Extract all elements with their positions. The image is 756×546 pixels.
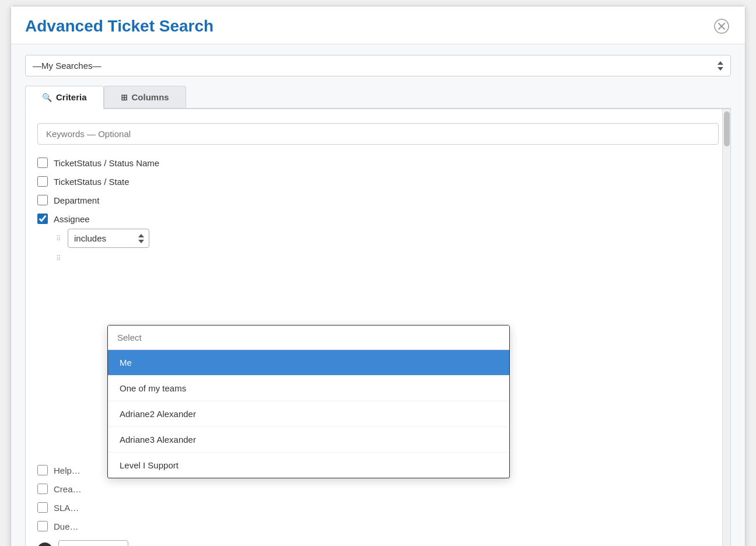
tab-columns[interactable]: ⊞ Columns [104,86,186,108]
checkbox-created[interactable] [37,484,48,494]
close-icon [714,19,729,34]
criteria-label-due: Due… [54,522,79,531]
modal-body: —My Searches— 🔍 Criteria ⊞ Columns [11,44,745,546]
scrollbar-track[interactable] [722,109,730,546]
tab-columns-label: Columns [132,92,169,102]
criteria-item-ticket-status-state: TicketStatus / State [37,176,719,187]
dropdown-option-level1[interactable]: Level I Support [108,453,509,478]
criteria-row: Department [37,195,719,205]
assignee-sub: ⠿ includes excludes is empty is not empt… [56,229,719,262]
dropdown-panel: Me One of my teams Adriane2 Alexander Ad… [107,325,510,478]
criteria-list: TicketStatus / Status Name TicketStatus … [37,158,719,262]
criteria-row: TicketStatus / Status Name [37,158,719,168]
keywords-input[interactable] [37,123,719,145]
dropdown-option-adriane2[interactable]: Adriane2 Alexander [108,401,509,427]
dropdown-search-input[interactable] [108,326,509,350]
close-button[interactable] [712,17,731,36]
add-criteria-button[interactable]: + [37,542,52,546]
saved-searches-select[interactable]: —My Searches— [25,55,731,76]
checkbox-department[interactable] [37,195,48,205]
includes-select[interactable]: includes excludes is empty is not empty [68,229,149,248]
saved-searches-row: —My Searches— [25,55,731,76]
criteria-label-department: Department [54,195,99,205]
checkbox-help[interactable] [37,465,48,475]
partial-row-due: Due… [37,517,719,536]
modal-header: Advanced Ticket Search [11,6,745,44]
modal-title: Advanced Ticket Search [25,17,214,36]
content-area: TicketStatus / Status Name TicketStatus … [25,109,731,546]
criteria-item-department: Department [37,195,719,205]
dropdown-trigger: ⠿ [56,253,719,262]
dropdown-option-adriane3[interactable]: Adriane3 Alexander [108,427,509,453]
drag-handle: ⠿ [56,235,62,243]
partial-row-sla: SLA… [37,498,719,517]
dropdown-options-list: Me One of my teams Adriane2 Alexander Ad… [108,350,509,478]
criteria-label-ticket-status-name: TicketStatus / Status Name [54,158,159,168]
checkbox-ticket-status-state[interactable] [37,176,48,187]
criteria-label-ticket-status-state: TicketStatus / State [54,177,130,187]
checkbox-ticket-status-name[interactable] [37,158,48,168]
tab-criteria-label: Criteria [56,92,87,102]
criteria-label-created: Crea… [54,484,82,494]
criteria-row: TicketStatus / State [37,176,719,187]
checkbox-sla[interactable] [37,502,48,513]
scrollbar-thumb[interactable] [724,111,730,146]
criteria-label-assignee: Assignee [54,214,90,224]
criteria-item-assignee: Assignee ⠿ includes excludes is empty is… [37,214,719,262]
criteria-label-help: Help… [54,466,80,475]
partial-row-created: Crea… [37,480,719,498]
search-icon: 🔍 [42,93,52,102]
add-row: + — A… [37,540,719,546]
checkbox-due[interactable] [37,521,48,531]
criteria-row: Assignee [37,214,719,224]
columns-icon: ⊞ [121,93,128,102]
dropdown-option-me[interactable]: Me [108,350,509,376]
criteria-label-sla: SLA… [54,503,79,513]
criteria-item-ticket-status-name: TicketStatus / Status Name [37,158,719,168]
tab-criteria[interactable]: 🔍 Criteria [25,86,104,109]
checkbox-assignee[interactable] [37,214,48,224]
modal: Advanced Ticket Search —My Searches— 🔍 C… [10,6,746,546]
add-criteria-select[interactable]: — A… [58,540,128,546]
tabs-row: 🔍 Criteria ⊞ Columns [25,86,731,109]
drag-handle-2: ⠿ [56,254,62,262]
dropdown-option-my-teams[interactable]: One of my teams [108,376,509,401]
